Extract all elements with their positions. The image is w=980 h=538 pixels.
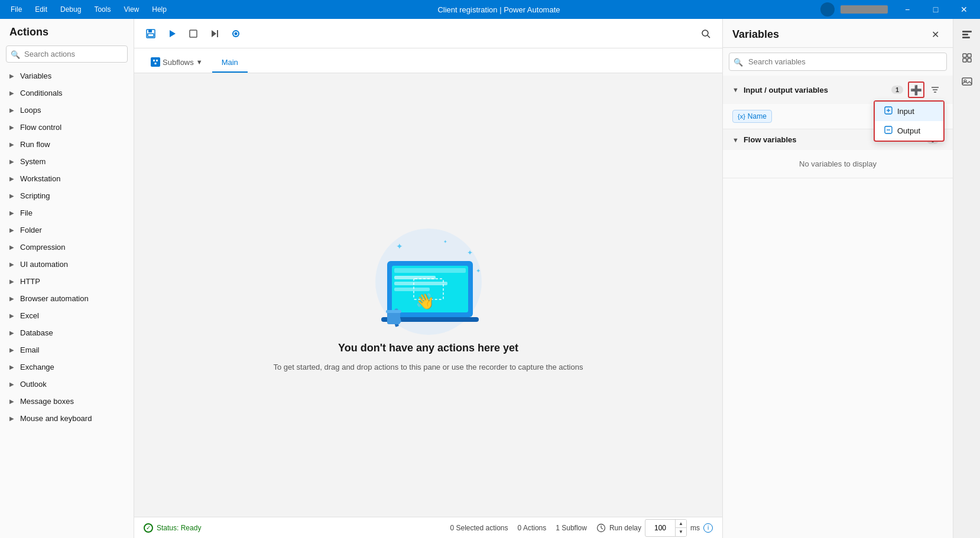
action-item-exchange[interactable]: ▶Exchange [0,358,134,376]
input-icon [884,106,893,116]
variables-title: Variables [732,28,927,41]
chevron-right-icon: ▶ [9,244,14,250]
run-delay-input[interactable] [645,522,675,534]
svg-rect-1 [148,30,152,32]
action-item-scripting[interactable]: ▶Scripting [0,187,134,204]
action-item-workstation[interactable]: ▶Workstation [0,170,134,187]
actions-panel: Actions 🔍 ▶Variables ▶Conditionals ▶Loop… [0,19,134,538]
tab-subflows[interactable]: Subflows ▼ [141,53,212,73]
run-delay-container: Run delay ▲ ▼ ms i [596,519,713,537]
search-input[interactable] [6,45,128,63]
close-button[interactable]: ✕ [950,0,978,19]
maximize-button[interactable]: □ [922,0,949,19]
action-item-compression[interactable]: ▶Compression [0,239,134,256]
action-item-email[interactable]: ▶Email [0,341,134,358]
info-icon[interactable]: i [703,523,713,533]
action-item-browser-automation[interactable]: ▶Browser automation [0,290,134,307]
record-button[interactable] [226,24,245,43]
dropdown-output-item[interactable]: Output [875,121,943,141]
variables-strip-button[interactable] [956,24,978,45]
svg-rect-32 [387,311,400,324]
chevron-right-icon: ▶ [9,107,14,113]
svg-rect-46 [962,34,968,35]
titlebar: File Edit Debug Tools View Help Client r… [0,0,980,19]
action-item-run-flow[interactable]: ▶Run flow [0,136,134,153]
empty-state-title: You don't have any actions here yet [338,342,518,354]
action-item-http[interactable]: ▶HTTP [0,273,134,290]
chevron-right-icon: ▶ [9,158,14,165]
action-item-file[interactable]: ▶File [0,204,134,221]
assets-strip-button[interactable] [956,47,978,69]
run-button[interactable] [163,24,181,43]
variables-search-box: 🔍 [729,53,947,71]
save-button[interactable] [141,24,160,43]
chevron-right-icon: ▶ [9,364,14,370]
next-button[interactable] [205,24,224,43]
status-bar: ✓ Status: Ready 0 Selected actions 0 Act… [134,517,722,538]
app-body: Actions 🔍 ▶Variables ▶Conditionals ▶Loop… [0,19,980,538]
action-item-outlook[interactable]: ▶Outlook [0,376,134,393]
empty-state-subtitle: To get started, drag and drop actions to… [274,361,583,373]
svg-line-36 [601,528,603,529]
empty-state: ✦ ✦ ✦ ✦ ✦ [274,217,583,373]
search-icon: 🔍 [11,50,20,58]
status-label: Status: Ready [157,524,201,532]
menu-debug[interactable]: Debug [54,3,87,16]
chevron-right-icon: ▶ [9,261,14,268]
action-item-ui-automation[interactable]: ▶UI automation [0,256,134,273]
run-delay-up-button[interactable]: ▲ [676,520,686,528]
menu-help[interactable]: Help [146,3,173,16]
action-item-database[interactable]: ▶Database [0,324,134,341]
variables-close-button[interactable]: ✕ [927,26,943,43]
images-strip-button[interactable] [956,71,978,92]
chevron-right-icon: ▶ [9,175,14,182]
menu-edit[interactable]: Edit [29,3,53,16]
input-output-badge: 1 [891,86,903,94]
run-delay-input-group: ▲ ▼ [645,519,687,537]
svg-rect-25 [394,282,447,285]
chevron-right-icon: ▶ [9,227,14,233]
action-item-excel[interactable]: ▶Excel [0,307,134,324]
menu-file[interactable]: File [5,3,28,16]
svg-rect-48 [963,54,966,57]
tabs-bar: Subflows ▼ Main [134,48,722,73]
chip-variable-icon: {x} [738,113,745,120]
subflows-chevron-icon: ▼ [196,58,203,66]
variables-search-input[interactable] [729,53,947,71]
dropdown-input-item[interactable]: Input [875,102,943,121]
chevron-right-icon: ▶ [9,295,14,302]
variables-header: Variables ✕ [723,19,953,48]
svg-text:✦: ✦ [443,239,447,244]
main-area: Subflows ▼ Main ✦ ✦ ✦ ✦ ✦ [134,19,722,538]
svg-point-9 [235,32,238,35]
action-item-conditionals[interactable]: ▶Conditionals [0,84,134,102]
input-output-section-header[interactable]: ▼ Input / output variables 1 ➕ Inp [723,76,953,104]
svg-rect-50 [963,58,966,62]
chevron-right-icon: ▶ [9,415,14,422]
chevron-right-icon: ▶ [9,381,14,387]
action-item-message-boxes[interactable]: ▶Message boxes [0,393,134,410]
output-icon [884,126,893,136]
run-delay-down-button[interactable]: ▼ [676,528,686,536]
menu-view[interactable]: View [118,3,145,16]
svg-rect-45 [962,31,972,32]
svg-text:✦: ✦ [396,242,403,251]
status-ready: ✓ Status: Ready [144,523,201,533]
tab-main[interactable]: Main [212,53,248,73]
svg-text:✦: ✦ [467,249,473,257]
minimize-button[interactable]: − [894,0,921,19]
menu-tools[interactable]: Tools [88,3,116,16]
filter-button[interactable] [927,81,943,98]
action-item-loops[interactable]: ▶Loops [0,102,134,119]
action-item-flow-control[interactable]: ▶Flow control [0,119,134,136]
svg-rect-23 [394,268,466,273]
search-flow-button[interactable] [696,24,715,43]
action-item-folder[interactable]: ▶Folder [0,221,134,239]
stop-button[interactable] [184,24,203,43]
add-variable-button[interactable]: ➕ [908,81,924,98]
empty-state-illustration: ✦ ✦ ✦ ✦ ✦ [352,217,505,335]
action-item-system[interactable]: ▶System [0,153,134,170]
action-item-variables[interactable]: ▶Variables [0,67,134,84]
actions-count: 0 Actions [518,524,547,532]
action-item-mouse-keyboard[interactable]: ▶Mouse and keyboard [0,410,134,427]
